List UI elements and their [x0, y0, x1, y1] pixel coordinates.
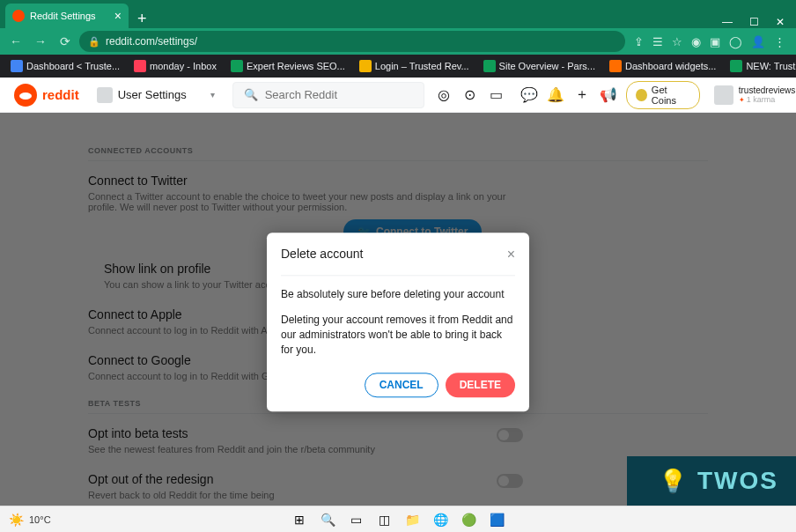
karma-count: 1 karma: [739, 95, 796, 104]
bookmark-item[interactable]: Expert Reviews SEO...: [225, 58, 350, 74]
bookmark-item[interactable]: monday - Inbox: [129, 58, 222, 74]
modal-title: Delete account: [281, 247, 363, 261]
minimize-button[interactable]: —: [715, 16, 740, 28]
menu-icon[interactable]: ⋮: [774, 35, 785, 48]
user-settings-icon: [97, 87, 113, 103]
browser-titlebar: Reddit Settings × + — ☐ ✕: [0, 0, 796, 28]
search-taskbar-icon[interactable]: 🔍: [315, 510, 340, 529]
reddit-logo[interactable]: reddit: [14, 84, 79, 107]
get-coins-button[interactable]: Get Coins: [626, 81, 699, 109]
delete-button[interactable]: DELETE: [446, 373, 515, 398]
chat-icon[interactable]: 💬: [520, 86, 538, 103]
extension-icon[interactable]: ☰: [652, 35, 663, 48]
extension-dot-icon[interactable]: ◉: [691, 35, 701, 48]
nav-dropdown[interactable]: User Settings ▾: [90, 84, 222, 107]
modal-header: Delete account ×: [281, 247, 515, 276]
user-menu[interactable]: trustedreviews1 1 karma ▾: [709, 84, 796, 107]
profile-icon[interactable]: 👤: [751, 35, 765, 48]
coin-icon: [636, 89, 647, 101]
lightbulb-icon: 💡: [659, 468, 689, 495]
extension-square-icon[interactable]: ▣: [710, 35, 720, 48]
bookmark-item[interactable]: NEW: Trusted Lapto...: [725, 58, 796, 74]
extension-circle-icon[interactable]: ◯: [729, 35, 742, 48]
bookmark-icon[interactable]: ☆: [672, 35, 682, 48]
taskbar-apps: ⊞ 🔍 ▭ ◫ 📁 🌐 🟢 🟦: [287, 510, 509, 529]
reddit-wordmark: reddit: [42, 87, 79, 102]
header-icons: ◎ ⊙ ▭ 💬 🔔 ＋ 📢 Get Coins trustedreviews1 …: [435, 81, 796, 109]
delete-account-modal: Delete account × Be absolutely sure befo…: [267, 233, 529, 411]
username: trustedreviews1: [739, 85, 796, 95]
start-button[interactable]: ⊞: [287, 510, 312, 529]
create-post-icon[interactable]: ＋: [573, 85, 591, 104]
task-view-icon[interactable]: ▭: [343, 510, 368, 529]
search-icon: 🔍: [244, 88, 258, 101]
search-bar[interactable]: 🔍: [232, 82, 424, 108]
modal-description: Deleting your account removes it from Re…: [281, 313, 515, 357]
explorer-icon[interactable]: 📁: [400, 510, 424, 529]
bookmark-item[interactable]: Site Overview - Pars...: [478, 58, 601, 74]
live-icon[interactable]: ▭: [487, 86, 505, 103]
windows-taskbar: ☀️ 10°C ⊞ 🔍 ▭ ◫ 📁 🌐 🟢 🟦: [0, 506, 796, 532]
weather-widget[interactable]: ☀️ 10°C: [9, 513, 51, 527]
avatar: [714, 85, 733, 105]
close-tab-icon[interactable]: ×: [114, 9, 122, 23]
window-controls: — ☐ ✕: [715, 16, 796, 28]
maximize-button[interactable]: ☐: [741, 16, 766, 28]
widgets-icon[interactable]: ◫: [372, 510, 396, 529]
modal-warning: Be absolutely sure before deleting your …: [281, 288, 515, 300]
page-wrap: CONNECTED ACCOUNTS Connect to Twitter Co…: [0, 113, 796, 532]
reddit-header: reddit User Settings ▾ 🔍 ◎ ⊙ ▭ 💬 🔔 ＋ 📢 G…: [0, 78, 796, 113]
bookmark-item[interactable]: Login – Trusted Rev...: [354, 58, 475, 74]
watermark: 💡 TWOS: [627, 456, 796, 506]
popular-icon[interactable]: ◎: [435, 86, 453, 103]
notifications-icon[interactable]: 🔔: [547, 86, 564, 103]
all-icon[interactable]: ⊙: [461, 86, 479, 103]
browser-tab[interactable]: Reddit Settings ×: [5, 4, 129, 28]
nav-dropdown-label: User Settings: [118, 88, 205, 101]
temperature: 10°C: [29, 514, 51, 525]
close-window-button[interactable]: ✕: [768, 16, 792, 28]
lock-icon: 🔒: [88, 36, 100, 48]
reload-button[interactable]: ⟳: [55, 34, 76, 48]
browser-urlbar: ← → ⟳ 🔒 reddit.com/settings/ ⇪ ☰ ☆ ◉ ▣ ◯…: [0, 28, 796, 55]
advertise-icon[interactable]: 📢: [600, 86, 617, 103]
new-tab-button[interactable]: +: [129, 10, 156, 28]
reddit-favicon: [12, 10, 25, 22]
bookmarks-bar: Dashboard < Truste... monday - Inbox Exp…: [0, 55, 796, 78]
modal-actions: CANCEL DELETE: [281, 373, 515, 398]
cancel-button[interactable]: CANCEL: [365, 373, 439, 398]
share-icon[interactable]: ⇪: [634, 35, 644, 48]
reddit-snoo-icon: [14, 84, 37, 107]
bookmark-item[interactable]: Dashboard widgets...: [604, 58, 721, 74]
chevron-down-icon: ▾: [210, 90, 215, 100]
close-icon[interactable]: ×: [507, 247, 515, 262]
back-button[interactable]: ←: [5, 34, 26, 48]
chrome-icon[interactable]: 🟢: [456, 510, 481, 529]
browser-actions: ⇪ ☰ ☆ ◉ ▣ ◯ 👤 ⋮: [629, 35, 791, 48]
search-input[interactable]: [265, 88, 413, 101]
forward-button[interactable]: →: [30, 34, 51, 48]
app-icon[interactable]: 🟦: [484, 510, 509, 529]
url-text: reddit.com/settings/: [106, 35, 197, 48]
tab-title: Reddit Settings: [30, 11, 114, 21]
edge-icon[interactable]: 🌐: [428, 510, 453, 529]
bookmark-item[interactable]: Dashboard < Truste...: [5, 58, 125, 74]
address-bar[interactable]: 🔒 reddit.com/settings/: [79, 31, 625, 52]
weather-icon: ☀️: [9, 513, 24, 527]
